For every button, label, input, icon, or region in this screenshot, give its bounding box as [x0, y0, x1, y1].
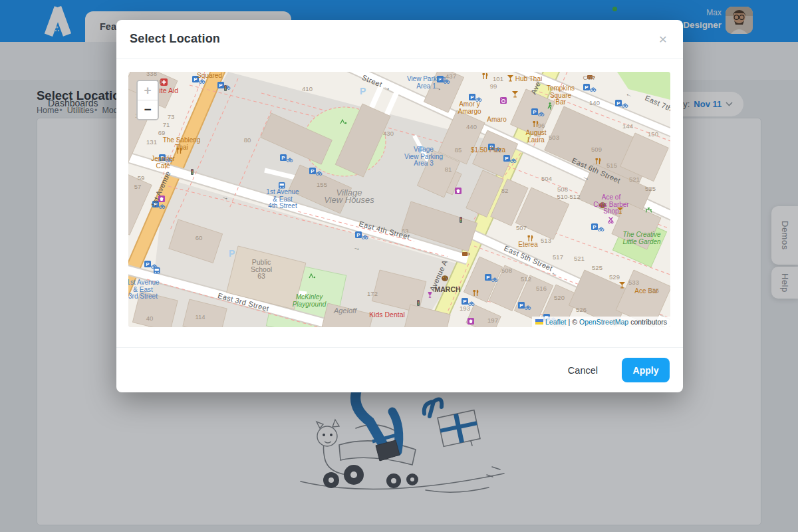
attrib-contributors: contributors — [630, 318, 667, 326]
ukraine-flag-icon — [535, 319, 543, 325]
map-label: 197 — [487, 317, 498, 324]
modal-title: Select Location — [130, 32, 220, 46]
map-label: 140 — [589, 99, 600, 106]
map-label: Hub Thai — [515, 75, 542, 82]
map-label: 440 — [466, 123, 477, 130]
ws-icon — [500, 97, 507, 104]
pl-icon — [442, 275, 448, 281]
sh-icon — [455, 188, 462, 194]
map-label: The CreativeLittle Garden — [622, 231, 661, 245]
map-label: 73 — [168, 113, 175, 120]
map-label: 63 — [402, 227, 409, 235]
map-label: 80 — [244, 136, 251, 144]
cancel-button[interactable]: Cancel — [561, 360, 604, 381]
map-label: 172 — [367, 290, 378, 297]
map-label: AugustLaura — [525, 129, 546, 144]
modal-footer: Cancel Apply — [116, 347, 683, 392]
sig-icon — [191, 169, 194, 175]
map-label: 71 — [163, 121, 170, 128]
map-label: 69 — [158, 129, 166, 136]
map-label: 507 — [516, 224, 527, 231]
map-label: 410 — [302, 85, 313, 92]
map-label: 526 — [576, 306, 587, 313]
map-label: Cox — [583, 74, 595, 81]
attrib-divider: | — [569, 318, 571, 326]
map-label: 114 — [195, 313, 205, 321]
map-label: 513 — [541, 237, 551, 244]
zoom-out-button[interactable]: − — [138, 100, 158, 119]
map-label: 535 — [648, 287, 659, 294]
map-label: Squared — [197, 72, 222, 79]
map-label: 131 — [146, 138, 157, 146]
map-label: 509 — [591, 146, 602, 153]
map-label: Amaro — [487, 116, 507, 123]
map-label: 521 — [629, 176, 640, 183]
map-label: 525 — [645, 185, 656, 192]
map-label: Eterea — [518, 241, 538, 248]
pa-icon — [360, 86, 366, 96]
map-label: 533 — [628, 279, 639, 286]
modal-header: Select Location × — [116, 20, 683, 59]
map-label: MARCH — [434, 285, 460, 293]
map-label: 515 — [606, 162, 617, 169]
select-location-modal: Select Location × P P — [116, 20, 683, 392]
map-label: 503 — [549, 134, 559, 141]
sig-icon — [224, 85, 227, 91]
map-label: 437 — [446, 72, 456, 80]
map-label: McKinleyPlayground — [293, 293, 327, 308]
map-label: 85 — [455, 146, 462, 154]
bus-icon — [154, 267, 160, 274]
sig-icon — [417, 300, 420, 306]
map-label: 82 — [501, 187, 509, 194]
map-label: 516 — [536, 285, 547, 292]
map-label: $1.50 Pizza — [471, 146, 506, 154]
map-canvas: P P — [128, 72, 670, 327]
map-label: 517 — [553, 253, 563, 261]
sh-icon — [467, 318, 474, 325]
map[interactable]: P P — [128, 72, 670, 327]
map-label: 193 — [460, 305, 470, 312]
map-label: 529 — [609, 273, 620, 281]
map-label: 150 — [648, 130, 658, 138]
attrib-copyright: © — [572, 318, 577, 326]
modal-body: P P — [116, 59, 683, 327]
map-attribution: Leaflet | © OpenStreetMap contributors — [532, 317, 670, 327]
map-label: 504 — [541, 175, 552, 182]
map-label: 96 — [538, 122, 545, 129]
map-label: 40 — [146, 315, 154, 322]
map-label: Ageloff — [333, 307, 357, 315]
map-label: 59 — [138, 174, 145, 182]
map-label: 508 — [501, 267, 512, 274]
pa-icon — [229, 248, 235, 259]
map-label: 57 — [134, 183, 142, 190]
map-label: 510-512 — [557, 193, 581, 200]
map-label: 520 — [554, 294, 565, 301]
map-label: Kids Dental — [369, 311, 405, 319]
leaflet-link[interactable]: Leaflet — [545, 318, 567, 326]
map-label: 81 — [445, 166, 452, 173]
osm-link[interactable]: OpenStreetMap — [579, 318, 628, 326]
map-label: Amor yAmargo — [458, 100, 481, 115]
map-label: 521 — [574, 255, 585, 262]
map-label: 60 — [196, 234, 203, 241]
map-label: 430 — [383, 130, 394, 137]
map-label: 525 — [592, 264, 602, 271]
map-zoom-control: + − — [136, 80, 159, 120]
map-label: 155 — [317, 181, 327, 188]
map-label: 512 — [521, 275, 531, 283]
map-label: 508 — [557, 186, 568, 193]
map-label: 144 — [622, 122, 633, 130]
sig-icon — [460, 217, 462, 223]
map-label: 101 — [493, 75, 503, 82]
close-icon[interactable]: × — [656, 29, 670, 49]
map-label: 338 — [146, 72, 157, 77]
map-label: 99 — [490, 82, 497, 90]
zoom-in-button[interactable]: + — [138, 81, 158, 100]
apply-button[interactable]: Apply — [622, 358, 670, 382]
